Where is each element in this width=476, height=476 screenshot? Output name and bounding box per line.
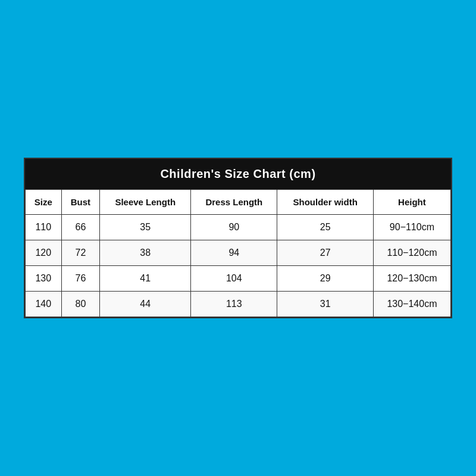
table-cell: 110−120cm xyxy=(373,240,450,266)
table-cell: 38 xyxy=(100,240,191,266)
column-header: Size xyxy=(26,190,62,215)
table-cell: 94 xyxy=(191,240,277,266)
table-cell: 27 xyxy=(277,240,373,266)
column-header: Bust xyxy=(61,190,100,215)
size-chart-table: SizeBustSleeve LengthDress LengthShoulde… xyxy=(25,189,451,317)
column-header: Dress Length xyxy=(191,190,277,215)
table-cell: 113 xyxy=(191,292,277,317)
table-cell: 44 xyxy=(100,292,191,317)
table-cell: 41 xyxy=(100,266,191,292)
table-cell: 130 xyxy=(26,266,62,292)
table-cell: 130−140cm xyxy=(373,292,450,317)
table-row: 130764110429120−130cm xyxy=(26,266,451,292)
column-header: Height xyxy=(373,190,450,215)
table-cell: 120−130cm xyxy=(373,266,450,292)
table-cell: 66 xyxy=(61,215,100,240)
table-row: 1106635902590−110cm xyxy=(26,215,451,240)
table-cell: 31 xyxy=(277,292,373,317)
table-cell: 76 xyxy=(61,266,100,292)
table-cell: 104 xyxy=(191,266,277,292)
table-body: 1106635902590−110cm12072389427110−120cm1… xyxy=(26,215,451,317)
table-cell: 90−110cm xyxy=(373,215,450,240)
table-title: Children's Size Chart (cm) xyxy=(25,159,451,189)
table-cell: 80 xyxy=(61,292,100,317)
table-cell: 110 xyxy=(26,215,62,240)
table-cell: 120 xyxy=(26,240,62,266)
column-header: Sleeve Length xyxy=(100,190,191,215)
table-cell: 90 xyxy=(191,215,277,240)
table-row: 12072389427110−120cm xyxy=(26,240,451,266)
column-header: Shoulder width xyxy=(277,190,373,215)
size-chart-container: Children's Size Chart (cm) SizeBustSleev… xyxy=(24,158,452,318)
table-cell: 35 xyxy=(100,215,191,240)
table-cell: 72 xyxy=(61,240,100,266)
table-cell: 25 xyxy=(277,215,373,240)
table-header-row: SizeBustSleeve LengthDress LengthShoulde… xyxy=(26,190,451,215)
table-cell: 29 xyxy=(277,266,373,292)
table-cell: 140 xyxy=(26,292,62,317)
table-row: 140804411331130−140cm xyxy=(26,292,451,317)
